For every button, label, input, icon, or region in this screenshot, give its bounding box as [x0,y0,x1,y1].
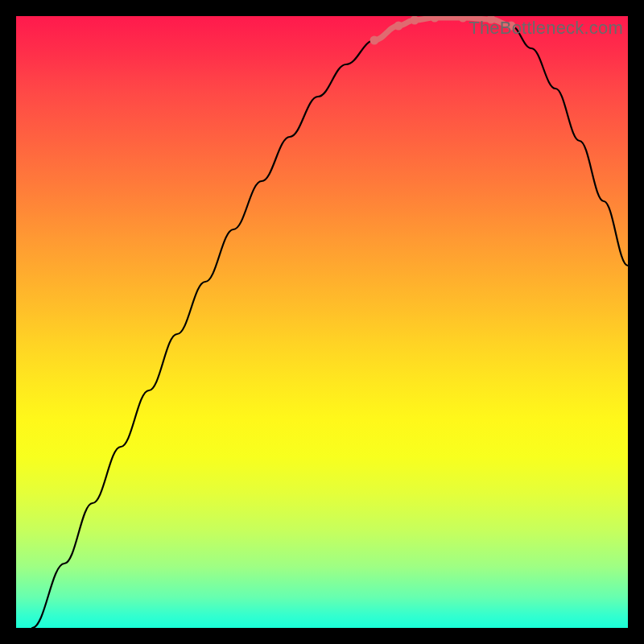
watermark-text: TheBottleneck.com [469,18,623,39]
gradient-background [16,16,628,628]
chart-frame: TheBottleneck.com [16,16,628,628]
